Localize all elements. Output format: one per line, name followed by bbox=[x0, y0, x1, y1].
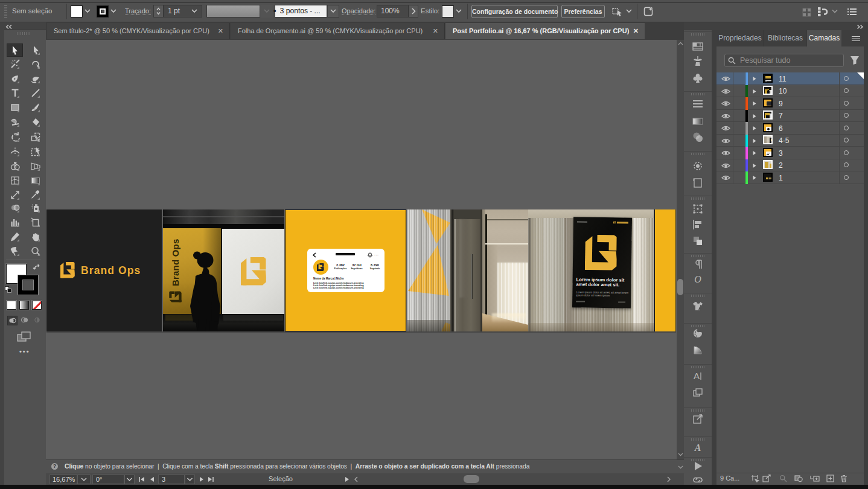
svg-text:A: A bbox=[694, 371, 700, 381]
svg-text:A: A bbox=[694, 443, 701, 453]
svg-text:O: O bbox=[694, 274, 701, 284]
